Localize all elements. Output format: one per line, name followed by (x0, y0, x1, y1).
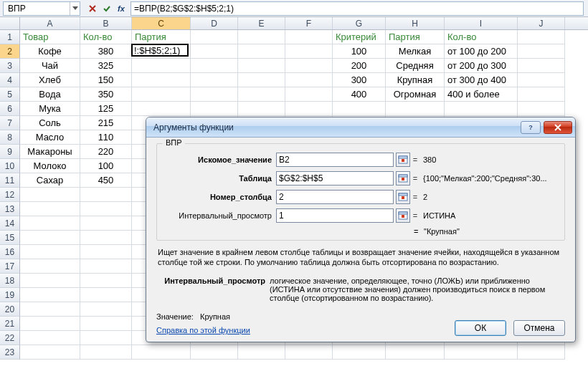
cell[interactable]: Кол-во (445, 30, 518, 44)
row-header[interactable]: 13 (0, 202, 20, 216)
cell[interactable]: 100 (80, 159, 132, 173)
arg-input[interactable]: 2 (276, 190, 394, 204)
cell[interactable] (191, 73, 238, 87)
range-selector-button[interactable] (396, 171, 410, 186)
cell[interactable] (386, 345, 445, 360)
cell[interactable] (20, 331, 80, 345)
arg-input[interactable]: 1 (276, 208, 394, 223)
cell[interactable] (80, 288, 132, 302)
cell[interactable]: 400 (333, 87, 386, 102)
cell[interactable] (80, 216, 132, 231)
column-header[interactable]: B (80, 17, 132, 29)
cell[interactable]: 450 (80, 173, 132, 188)
cell[interactable]: 200 (333, 59, 386, 73)
cell[interactable]: 100 (333, 44, 386, 59)
name-box-dropdown[interactable] (70, 2, 80, 15)
row-header[interactable]: 3 (0, 59, 20, 73)
cell[interactable] (20, 188, 80, 202)
cell[interactable] (80, 302, 132, 317)
row-header[interactable]: 10 (0, 159, 20, 173)
cell[interactable]: от 200 до 300 (445, 59, 518, 73)
cell[interactable] (20, 302, 80, 317)
cell[interactable] (518, 59, 565, 73)
cell[interactable]: Кол-во (80, 30, 132, 44)
cell[interactable]: Вода (20, 87, 80, 102)
range-selector-button[interactable] (396, 190, 410, 204)
column-header[interactable]: J (518, 17, 565, 29)
column-header[interactable]: F (285, 17, 333, 29)
cell[interactable] (285, 73, 333, 87)
help-link[interactable]: Справка по этой функции (156, 326, 250, 334)
cell[interactable]: Товар (20, 30, 80, 44)
row-header[interactable]: 5 (0, 87, 20, 102)
row-header[interactable]: 22 (0, 331, 20, 345)
row-header[interactable]: 2 (0, 44, 20, 59)
cell[interactable] (333, 345, 386, 360)
row-header[interactable]: 4 (0, 73, 20, 87)
cell[interactable]: Партия (132, 30, 191, 44)
cell[interactable]: Хлеб (20, 73, 80, 87)
column-header[interactable]: A (20, 17, 80, 29)
row-header[interactable]: 17 (0, 259, 20, 274)
column-header[interactable]: C (132, 17, 191, 29)
row-header[interactable]: 19 (0, 288, 20, 302)
cancel-button[interactable]: Отмена (513, 320, 565, 336)
cell[interactable]: 110 (80, 130, 132, 145)
range-selector-button[interactable] (396, 208, 410, 223)
cell[interactable]: Сахар (20, 173, 80, 188)
cell[interactable]: 300 (333, 73, 386, 87)
ok-button[interactable]: ОК (455, 320, 506, 336)
cancel-formula-button[interactable] (86, 2, 99, 15)
formula-input[interactable]: =ВПР(B2;$G$2:$H$5;2;1) (131, 1, 584, 16)
cell[interactable] (518, 73, 565, 87)
cell[interactable] (132, 44, 191, 59)
column-header[interactable]: I (445, 17, 518, 29)
cell[interactable] (238, 345, 285, 360)
arg-input[interactable]: B2 (276, 153, 394, 167)
cell[interactable] (191, 87, 238, 102)
column-header[interactable]: D (191, 17, 238, 29)
row-header[interactable]: 1 (0, 30, 20, 44)
cell[interactable] (191, 44, 238, 59)
cell[interactable] (80, 331, 132, 345)
range-selector-button[interactable] (396, 153, 410, 167)
cell[interactable] (132, 59, 191, 73)
cell[interactable]: 125 (80, 102, 132, 116)
cell[interactable] (80, 231, 132, 245)
cell[interactable] (20, 231, 80, 245)
cell[interactable] (238, 73, 285, 87)
cell[interactable] (285, 44, 333, 59)
cell[interactable]: 215 (80, 116, 132, 130)
cell[interactable] (191, 102, 238, 116)
cell[interactable] (238, 59, 285, 73)
cell[interactable]: 325 (80, 59, 132, 73)
cell[interactable] (20, 288, 80, 302)
cell[interactable] (80, 259, 132, 274)
row-header[interactable]: 21 (0, 317, 20, 331)
dialog-titlebar[interactable]: Аргументы функции ? (146, 117, 575, 138)
column-header[interactable]: G (333, 17, 386, 29)
cell[interactable]: Макароны (20, 145, 80, 159)
arg-input[interactable]: $G$2:$H$5 (276, 171, 394, 186)
cell[interactable] (191, 59, 238, 73)
cell[interactable]: 150 (80, 73, 132, 87)
name-box[interactable]: ВПР (3, 1, 80, 16)
cell[interactable]: Мелкая (386, 44, 445, 59)
column-header[interactable]: H (386, 17, 445, 29)
close-button[interactable] (544, 121, 572, 134)
cell[interactable] (386, 102, 445, 116)
cell[interactable] (445, 102, 518, 116)
row-header[interactable]: 8 (0, 130, 20, 145)
cell[interactable] (191, 30, 238, 44)
cell[interactable] (20, 245, 80, 259)
cell[interactable] (80, 274, 132, 288)
cell[interactable]: Соль (20, 116, 80, 130)
cell[interactable] (285, 87, 333, 102)
cell[interactable]: Кофе (20, 44, 80, 59)
enter-formula-button[interactable] (100, 2, 113, 15)
row-header[interactable]: 7 (0, 116, 20, 130)
cell[interactable] (518, 102, 565, 116)
cell[interactable] (20, 317, 80, 331)
cell[interactable] (80, 188, 132, 202)
cell[interactable] (333, 102, 386, 116)
